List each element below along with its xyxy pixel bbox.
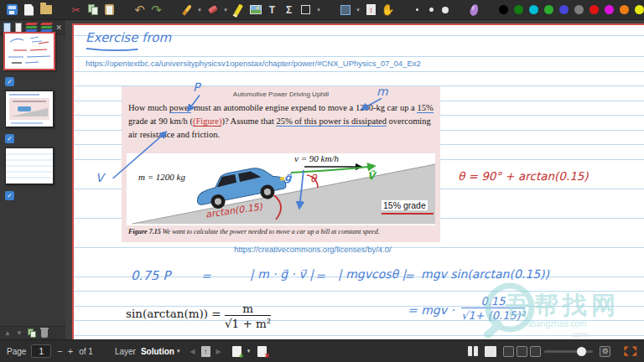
math-tex-button[interactable]: Σ: [282, 3, 296, 18]
layer-select-value[interactable]: Solution: [141, 347, 174, 356]
pen-options-dropdown[interactable]: ▾: [196, 7, 203, 13]
work-mid2: | mgvcosθ |: [338, 267, 406, 281]
dual-page-icon: [474, 346, 478, 356]
color-swatch-red[interactable]: [589, 5, 599, 14]
goto-layer-icon[interactable]: ↕: [201, 346, 210, 357]
next-layer-icon[interactable]: ▶: [214, 348, 224, 355]
page-3-checkbox[interactable]: ✓: [5, 191, 14, 200]
copy-button[interactable]: [86, 3, 100, 18]
color-swatch-cyan[interactable]: [529, 5, 538, 14]
zoom-level-label: 169%: [571, 331, 588, 339]
shape-tool-button[interactable]: [299, 3, 313, 18]
eraser-options-dropdown[interactable]: ▾: [222, 7, 229, 13]
problem-image: Automotive Power Driving Uphill How much…: [122, 86, 440, 242]
work-eq3: =: [404, 269, 414, 282]
result-numerator: 0.15: [461, 295, 525, 308]
insert-image-button[interactable]: [248, 3, 262, 18]
check-icon: ✓: [7, 192, 13, 199]
eraser-tool-button[interactable]: [205, 3, 220, 18]
formula-numerator: m: [225, 302, 271, 316]
hand-tool-button[interactable]: ✋: [381, 3, 395, 18]
color-swatch-orange[interactable]: [620, 5, 629, 14]
new-document-icon: [24, 4, 34, 16]
thickness-medium-button[interactable]: [425, 3, 437, 17]
vertical-space-button[interactable]: ↕: [364, 3, 378, 18]
highlighter-tool-button[interactable]: [231, 3, 246, 18]
cut-button[interactable]: ✂: [69, 3, 83, 18]
page-increment-button[interactable]: +: [65, 346, 75, 356]
document-page[interactable]: Exercise from https://opentextbc.ca/univ…: [72, 23, 644, 339]
add-page-icon[interactable]: [232, 346, 242, 357]
work-eq2: =: [315, 269, 325, 282]
page-1-checkbox[interactable]: ✓: [5, 77, 14, 86]
pen-tool-button[interactable]: [179, 3, 194, 18]
close-sidebar-icon[interactable]: ✕: [55, 23, 62, 32]
single-page-view-button[interactable]: [485, 346, 496, 357]
zoom-slider-knob[interactable]: [577, 347, 586, 356]
result-prefix: = mgv ·: [408, 303, 454, 317]
layer-dropdown-icon[interactable]: ▾: [174, 348, 183, 354]
zoom-settings-button[interactable]: ⚙: [600, 346, 610, 357]
undo-button[interactable]: ↶: [132, 3, 147, 18]
layerstack-icon[interactable]: [41, 23, 52, 33]
previous-layer-icon[interactable]: ◀: [187, 348, 197, 355]
redo-button[interactable]: ↷: [149, 3, 164, 18]
fit-width-button[interactable]: [517, 346, 527, 357]
problem-title: Automotive Power Driving Uphill: [122, 90, 440, 98]
formula-denominator: 1 + m²: [232, 315, 272, 330]
square-shape-icon: [301, 5, 310, 14]
page-thumbnail-3[interactable]: [5, 147, 54, 184]
text-tool-button[interactable]: T: [265, 3, 279, 18]
open-button[interactable]: [39, 3, 53, 18]
chevron-down-icon: ▾: [356, 7, 360, 13]
pen-icon: [182, 4, 192, 15]
preview-pane-icon[interactable]: [3, 23, 11, 33]
color-swatch-blue[interactable]: [559, 5, 569, 14]
fit-page-button[interactable]: [503, 346, 514, 357]
vertical-space-icon: ↕: [366, 4, 376, 15]
color-swatch-yellow[interactable]: [635, 5, 644, 14]
color-swatch-darkgreen[interactable]: [514, 5, 523, 14]
save-button[interactable]: [5, 3, 19, 18]
add-page-dropdown-icon[interactable]: ▾: [245, 348, 253, 354]
delete-current-page-icon[interactable]: [257, 346, 267, 357]
thickness-fine-button[interactable]: [411, 3, 423, 17]
page-decrement-button[interactable]: −: [55, 346, 65, 356]
color-swatch-black[interactable]: [499, 5, 508, 14]
delete-page-icon[interactable]: [41, 329, 48, 338]
zoom-100-button[interactable]: [530, 346, 541, 357]
color-swatch-magenta[interactable]: [605, 5, 614, 14]
formula-lhs: sin(arctan(m)) =: [126, 307, 225, 320]
color-swatch-gray[interactable]: [574, 5, 584, 14]
contents-pane-icon[interactable]: [15, 23, 23, 33]
select-options-dropdown[interactable]: ▾: [355, 7, 361, 13]
copy-page-icon[interactable]: [28, 328, 36, 338]
move-page-up-icon[interactable]: ▲: [4, 329, 11, 337]
dual-page-view-button[interactable]: [468, 346, 478, 356]
problem-text-part: must an automobile engine expend to move…: [191, 103, 417, 112]
page-thumbnail-1[interactable]: [3, 32, 55, 70]
layers-icon[interactable]: [26, 23, 37, 33]
move-page-down-icon[interactable]: ▼: [16, 329, 23, 337]
open-folder-icon: [40, 5, 52, 14]
highlighter-icon: [234, 4, 243, 16]
work-lhs: 0.75 P: [131, 268, 170, 283]
paste-button[interactable]: [102, 3, 117, 18]
shape-recognizer-button[interactable]: [467, 3, 481, 18]
zoom-slider[interactable]: 169%: [544, 350, 593, 353]
sigma-icon: Σ: [286, 4, 292, 16]
typeset-formula: sin(arctan(m)) = m√1 + m²: [126, 302, 271, 330]
problem-text-part: How much: [128, 103, 169, 112]
thickness-thick-button[interactable]: [439, 3, 451, 17]
shape-options-dropdown[interactable]: ▾: [315, 7, 322, 13]
scissors-icon: ✂: [71, 4, 80, 16]
page-number-input[interactable]: [31, 344, 51, 358]
page-2-checkbox[interactable]: ✓: [5, 134, 14, 143]
fullscreen-button[interactable]: ◤ ◥ ◣ ◢: [624, 346, 637, 356]
page-thumbnail-2[interactable]: [5, 90, 54, 127]
sidebar: ✕ ✓ ✓: [0, 20, 65, 339]
cc-license-url: https://creativecommons.org/licenses/by/…: [174, 245, 451, 254]
new-document-button[interactable]: [22, 3, 36, 18]
color-swatch-green[interactable]: [544, 5, 553, 14]
select-tool-button[interactable]: [338, 3, 352, 18]
